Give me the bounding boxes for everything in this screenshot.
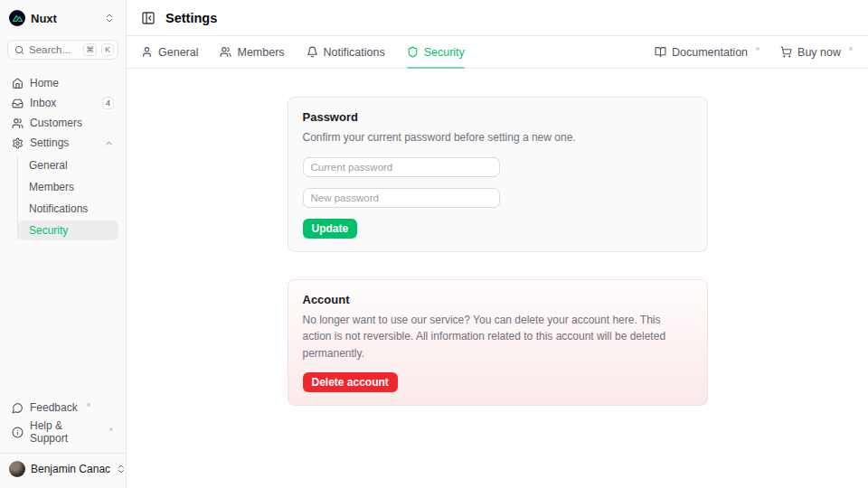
tab-members[interactable]: Members: [220, 36, 284, 68]
sidebar-item-members[interactable]: Members: [18, 177, 118, 197]
home-icon: [12, 78, 24, 89]
kbd-k: K: [101, 43, 114, 56]
tab-label: Members: [237, 46, 284, 59]
user-menu[interactable]: Benjamin Canac: [0, 453, 126, 481]
tab-security[interactable]: Security: [407, 36, 465, 68]
settings-tabs-bar: General Members Notifications Security: [127, 36, 868, 69]
users-icon: [220, 46, 231, 58]
account-card-title: Account: [303, 293, 693, 306]
account-card-description: No longer want to use our service? You c…: [303, 312, 693, 362]
chat-bubble-icon: [12, 402, 24, 414]
sidebar-item-notifications[interactable]: Notifications: [18, 199, 118, 219]
customers-icon: [12, 117, 24, 129]
account-card: Account No longer want to use our servic…: [288, 279, 708, 407]
search-placeholder: Search...: [29, 44, 79, 55]
sidebar-item-inbox[interactable]: Inbox 4: [7, 94, 118, 112]
tab-notifications[interactable]: Notifications: [307, 36, 385, 68]
sidebar: Nuxt Search... ⌘ K Home Inbox 4 Customer…: [0, 0, 127, 488]
sidebar-item-home[interactable]: Home: [7, 74, 118, 92]
feedback-label: Feedback: [30, 401, 78, 414]
feedback-link[interactable]: Feedback: [7, 399, 118, 417]
inbox-count-badge: 4: [102, 97, 114, 109]
header-actions: Documentation Buy now: [655, 46, 854, 59]
help-support-label: Help & Support: [30, 419, 100, 445]
user-icon: [141, 46, 153, 58]
delete-account-button[interactable]: Delete account: [303, 372, 398, 392]
documentation-link[interactable]: Documentation: [655, 46, 760, 59]
settings-subnav: General Members Notifications Security: [17, 155, 118, 240]
shield-icon: [407, 46, 419, 58]
tab-label: General: [158, 46, 198, 59]
external-link-icon: [85, 402, 91, 408]
avatar: [9, 461, 25, 477]
tab-label: Security: [424, 46, 465, 59]
external-link-icon: [754, 46, 760, 52]
chevron-up-icon: [104, 138, 114, 148]
user-name: Benjamin Canac: [31, 463, 110, 475]
sidebar-item-general[interactable]: General: [18, 155, 118, 175]
external-link-icon: [847, 46, 854, 52]
cart-icon: [780, 46, 792, 58]
sidebar-item-label: Customers: [30, 117, 114, 129]
search-input[interactable]: Search... ⌘ K: [7, 40, 118, 60]
page-header: Settings: [127, 0, 868, 36]
buy-now-label: Buy now: [797, 46, 841, 59]
sidebar-item-label: Home: [30, 77, 114, 89]
chevrons-up-down-icon: [116, 464, 127, 474]
update-password-button[interactable]: Update: [303, 219, 358, 239]
external-link-icon: [108, 427, 114, 433]
buy-now-link[interactable]: Buy now: [780, 46, 854, 59]
search-icon: [14, 45, 24, 55]
kbd-meta: ⌘: [83, 43, 97, 56]
help-support-link[interactable]: Help & Support: [7, 417, 118, 447]
workspace-name: Nuxt: [31, 12, 99, 25]
new-password-field[interactable]: [303, 188, 500, 208]
sidebar-item-label: Settings: [30, 136, 98, 149]
tab-general[interactable]: General: [141, 36, 198, 68]
workspace-switcher[interactable]: Nuxt: [7, 7, 118, 29]
sidebar-item-customers[interactable]: Customers: [7, 114, 118, 132]
bell-icon: [307, 46, 318, 58]
sidebar-item-label: Inbox: [30, 97, 96, 109]
sidebar-spacer: [7, 240, 118, 399]
password-card: Password Confirm your current password b…: [288, 97, 708, 252]
settings-tabs: General Members Notifications Security: [141, 36, 465, 68]
settings-security-content: Password Confirm your current password b…: [127, 69, 868, 488]
password-card-description: Confirm your current password before set…: [303, 129, 693, 146]
nuxt-logo-icon: [9, 10, 25, 26]
page-title: Settings: [165, 11, 217, 25]
tab-label: Notifications: [324, 46, 385, 59]
info-icon: [12, 427, 24, 438]
main-panel: Settings General Members Notifications: [127, 0, 868, 488]
documentation-label: Documentation: [672, 46, 748, 59]
sidebar-item-settings[interactable]: Settings: [7, 134, 118, 152]
password-card-title: Password: [303, 110, 693, 124]
sidebar-item-security[interactable]: Security: [18, 221, 118, 240]
book-icon: [655, 46, 666, 58]
inbox-icon: [12, 98, 24, 109]
collapse-sidebar-icon[interactable]: [141, 11, 156, 25]
chevrons-up-down-icon: [104, 13, 115, 23]
current-password-field[interactable]: [303, 157, 500, 177]
gear-icon: [12, 137, 24, 149]
app-window: Nuxt Search... ⌘ K Home Inbox 4 Customer…: [0, 0, 868, 488]
sidebar-nav: Home Inbox 4 Customers Settings General …: [7, 74, 118, 240]
